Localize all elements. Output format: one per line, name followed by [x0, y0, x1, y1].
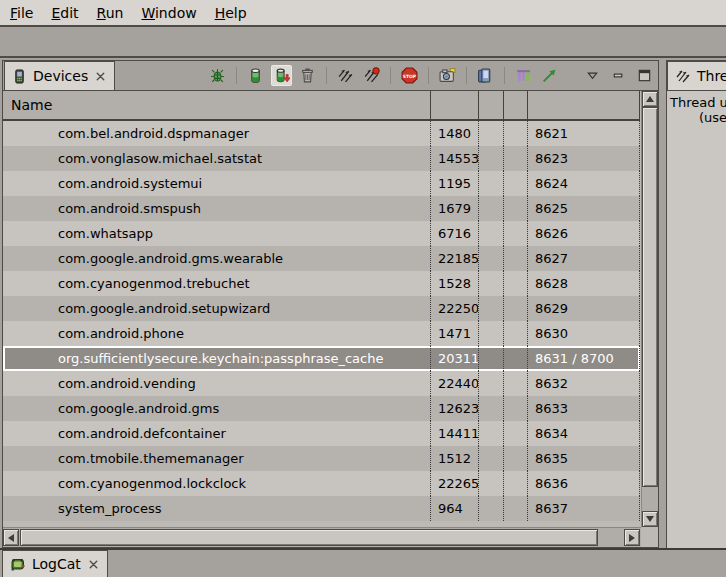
- device-screenshots-icon[interactable]: [476, 66, 495, 85]
- row-port: 8624: [527, 171, 640, 196]
- row-port: 8631 / 8700: [527, 346, 640, 371]
- table-row-selected[interactable]: org.sufficientlysecure.keychain:passphra…: [3, 346, 640, 371]
- row-col4: [503, 121, 527, 146]
- row-col3: [478, 446, 503, 471]
- column-header-4[interactable]: [503, 91, 527, 119]
- tab-devices[interactable]: Devices: [4, 61, 115, 90]
- vertical-scrollbar[interactable]: [641, 91, 658, 527]
- row-col4: [503, 171, 527, 196]
- tab-devices-label: Devices: [33, 68, 88, 84]
- row-port: 8633: [527, 396, 640, 421]
- threads-icon: [675, 68, 691, 84]
- table-row[interactable]: com.vonglasow.michael.satstat 14553 8623: [3, 146, 640, 171]
- stop-process-icon[interactable]: STOP: [400, 66, 419, 85]
- scroll-down-button[interactable]: [642, 511, 658, 527]
- devices-view-toolbar: STOP: [208, 61, 654, 90]
- row-col3: [478, 296, 503, 321]
- table-row[interactable]: com.google.android.gms.wearable 22185 86…: [3, 246, 640, 271]
- row-pid: 1679: [430, 196, 478, 221]
- maximize-icon[interactable]: [635, 66, 654, 85]
- row-col4: [503, 246, 527, 271]
- row-pid: 20311: [430, 346, 478, 371]
- row-col3: [478, 346, 503, 371]
- column-header-port[interactable]: [527, 91, 640, 119]
- row-pid: 22250: [430, 296, 478, 321]
- row-process-name: com.google.android.setupwizard: [3, 296, 430, 321]
- row-col4: [503, 271, 527, 296]
- row-col3: [478, 271, 503, 296]
- row-port: 8623: [527, 146, 640, 171]
- minimize-icon[interactable]: [609, 66, 628, 85]
- row-pid: 1195: [430, 171, 478, 196]
- scroll-left-button[interactable]: [3, 529, 19, 546]
- toolbar-separator: [326, 67, 327, 84]
- toolbar-separator: [428, 67, 429, 84]
- table-row[interactable]: com.cyanogenmod.lockclock 22265 8636: [3, 471, 640, 496]
- tab-threads[interactable]: Threads: [667, 61, 726, 90]
- row-col4: [503, 421, 527, 446]
- debug-process-icon[interactable]: [208, 66, 227, 85]
- row-col3: [478, 146, 503, 171]
- table-row[interactable]: system_process 964 8637: [3, 496, 640, 521]
- row-port: 8627: [527, 246, 640, 271]
- row-process-name: com.whatsapp: [3, 221, 430, 246]
- menu-run[interactable]: Run: [88, 2, 133, 24]
- column-header-3[interactable]: [478, 91, 503, 119]
- table-row[interactable]: com.android.defcontainer 14411 8634: [3, 421, 640, 446]
- row-col3: [478, 121, 503, 146]
- cause-gc-icon[interactable]: [298, 66, 317, 85]
- scroll-right-button[interactable]: [624, 529, 640, 546]
- row-pid: 6716: [430, 221, 478, 246]
- right-arrow-icon: [629, 534, 635, 542]
- row-col3: [478, 221, 503, 246]
- vertical-scrollbar-thumb[interactable]: [642, 107, 658, 487]
- table-row[interactable]: com.google.android.setupwizard 22250 862…: [3, 296, 640, 321]
- screen-capture-icon[interactable]: [438, 66, 457, 85]
- table-row[interactable]: com.android.phone 1471 8630: [3, 321, 640, 346]
- table-row[interactable]: com.google.android.gms 12623 8633: [3, 396, 640, 421]
- menu-edit[interactable]: Edit: [42, 2, 87, 24]
- threads-tab-bar: Threads: [667, 61, 726, 91]
- table-row[interactable]: com.android.systemui 1195 8624: [3, 171, 640, 196]
- toolbar-separator: [390, 67, 391, 84]
- menu-window[interactable]: Window: [132, 2, 205, 24]
- table-row[interactable]: com.android.smspush 1679 8625: [3, 196, 640, 221]
- left-arrow-icon: [8, 534, 14, 542]
- logcat-icon: [10, 556, 26, 572]
- update-threads-icon[interactable]: [336, 66, 355, 85]
- table-row[interactable]: com.whatsapp 6716 8626: [3, 221, 640, 246]
- table-row[interactable]: com.android.vending 22440 8632: [3, 371, 640, 396]
- logcat-tab-bar: LogCat: [0, 548, 726, 577]
- row-port: 8628: [527, 271, 640, 296]
- close-icon[interactable]: [87, 558, 100, 571]
- system-trace-icon[interactable]: [514, 66, 533, 85]
- column-header-pid[interactable]: [430, 91, 478, 119]
- row-pid: 1471: [430, 321, 478, 346]
- start-method-profiling-icon[interactable]: [362, 66, 381, 85]
- table-row[interactable]: com.cyanogenmod.trebuchet 1528 8628: [3, 271, 640, 296]
- update-heap-icon[interactable]: [246, 66, 265, 85]
- row-pid: 22440: [430, 371, 478, 396]
- table-row[interactable]: com.tmobile.thememanager 1512 8635: [3, 446, 640, 471]
- row-col3: [478, 321, 503, 346]
- column-header-name[interactable]: Name: [3, 91, 430, 119]
- opengl-trace-icon[interactable]: [540, 66, 559, 85]
- menu-file[interactable]: File: [1, 2, 42, 24]
- scroll-up-button[interactable]: [642, 91, 658, 107]
- row-col3: [478, 171, 503, 196]
- row-pid: 964: [430, 496, 478, 521]
- horizontal-scrollbar-thumb[interactable]: [20, 529, 598, 546]
- row-pid: 14553: [430, 146, 478, 171]
- row-process-name: com.android.smspush: [3, 196, 430, 221]
- menu-help[interactable]: Help: [206, 2, 256, 24]
- row-process-name: com.android.vending: [3, 371, 430, 396]
- horizontal-scrollbar[interactable]: [3, 527, 641, 547]
- row-col4: [503, 346, 527, 371]
- close-icon[interactable]: [94, 70, 107, 83]
- table-row[interactable]: com.bel.android.dspmanager 1480 8621: [3, 121, 640, 146]
- dump-hprof-icon[interactable]: [272, 66, 291, 85]
- view-menu-icon[interactable]: [583, 66, 602, 85]
- tab-logcat[interactable]: LogCat: [2, 550, 108, 577]
- row-pid: 22265: [430, 471, 478, 496]
- row-process-name: com.cyanogenmod.trebuchet: [3, 271, 430, 296]
